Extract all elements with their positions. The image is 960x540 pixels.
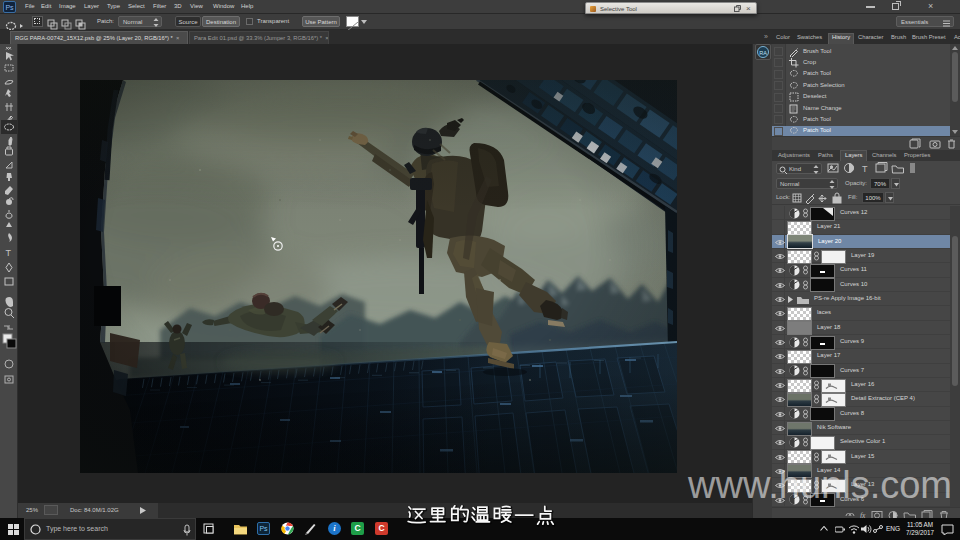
svg-text:T: T (6, 248, 12, 258)
svg-text:T: T (862, 164, 868, 174)
svg-text:RA: RA (759, 50, 767, 56)
